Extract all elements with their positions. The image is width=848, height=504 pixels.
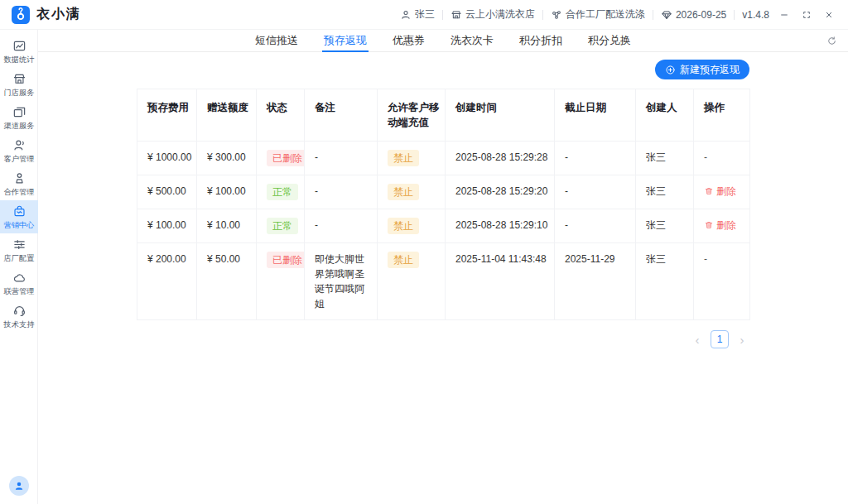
bonus-value: ¥ 50.00 (207, 253, 240, 265)
bonus-value: ¥ 300.00 (207, 151, 246, 163)
store-menu[interactable]: 云上小满洗衣店 (450, 7, 535, 22)
refresh-button[interactable] (826, 36, 837, 46)
store-icon (450, 9, 462, 21)
cooperation-icon (12, 171, 26, 185)
store-service-icon (12, 72, 26, 86)
creator-value: 张三 (646, 219, 666, 231)
action-placeholder: - (704, 151, 707, 163)
user-menu[interactable]: 张三 (400, 7, 435, 22)
plus-circle-icon (665, 65, 676, 75)
fee-value: ¥ 100.00 (147, 219, 186, 231)
column-header: 操作 (694, 89, 750, 142)
sidebar-item-4[interactable]: 客户管理 (0, 134, 38, 167)
delete-button[interactable]: 删除 (704, 184, 736, 199)
table-row: ¥ 1000.00 ¥ 300.00 已删除 - 禁止 2025-08-28 1… (137, 142, 750, 175)
bonus-value: ¥ 100.00 (207, 185, 246, 197)
tab-3[interactable]: 优惠券 (391, 30, 426, 51)
creator-value: 张三 (646, 151, 666, 163)
prepaid-cashback-table: 预存费用赠送额度状态备注允许客户移动端充值创建时间截止日期创建人操作 ¥ 100… (137, 89, 750, 320)
column-header: 创建时间 (446, 89, 555, 142)
divider (442, 10, 443, 20)
created-time-value: 2025-08-28 15:29:10 (455, 219, 547, 231)
tab-2[interactable]: 预存返现 (322, 30, 369, 51)
deadline-value: - (565, 151, 568, 163)
mobile-recharge-badge: 禁止 (388, 184, 419, 200)
gem-icon (661, 9, 672, 21)
tab-5[interactable]: 积分折扣 (518, 30, 564, 51)
prev-page-button[interactable]: ‹ (691, 334, 703, 346)
column-header: 允许客户移动端充值 (378, 89, 446, 142)
remark-value: - (315, 219, 318, 231)
status-badge: 已删除 (267, 150, 305, 166)
sidebar-item-label: 店厂配置 (4, 254, 35, 262)
tab-label: 积分折扣 (519, 33, 562, 48)
column-header: 截止日期 (555, 89, 636, 142)
created-time-value: 2025-08-28 15:29:28 (455, 151, 547, 163)
sidebar-item-label: 渠道服务 (4, 122, 35, 129)
status-badge: 正常 (267, 184, 298, 200)
joint-icon (12, 271, 26, 285)
toolbar: 新建预存返现 (137, 60, 749, 79)
sidebar-item-5[interactable]: 合作管理 (0, 167, 38, 200)
created-time-value: 2025-08-28 15:29:20 (455, 185, 547, 197)
fullscreen-button[interactable] (799, 7, 814, 22)
tab-label: 洗衣次卡 (450, 33, 494, 48)
plan-info: 合作工厂配送洗涤 (551, 7, 645, 22)
app-title: 衣小满 (36, 6, 81, 23)
sidebar-item-8[interactable]: 联营管理 (0, 266, 38, 300)
new-prepaid-cashback-button[interactable]: 新建预存返现 (655, 60, 749, 79)
sidebar-item-9[interactable]: 技术支持 (0, 300, 38, 333)
delete-button[interactable]: 删除 (704, 218, 736, 233)
sidebar-item-label: 数据统计 (4, 55, 35, 63)
plan-name: 合作工厂配送洗涤 (566, 7, 645, 22)
tab-4[interactable]: 洗衣次卡 (449, 30, 495, 51)
sidebar-item-6[interactable]: 营销中心 (0, 200, 38, 233)
trash-icon (704, 220, 714, 230)
column-header: 状态 (257, 89, 305, 142)
fee-value: ¥ 1000.00 (147, 151, 191, 163)
tab-bar: 短信推送预存返现优惠券洗衣次卡积分折扣积分兑换 (38, 30, 848, 52)
sidebar-item-label: 合作管理 (4, 188, 35, 195)
deadline-value: - (565, 185, 568, 197)
sidebar-item-7[interactable]: 店厂配置 (0, 233, 38, 266)
channel-icon (12, 105, 26, 119)
sidebar-item-label: 营销中心 (4, 221, 35, 228)
page-number-1[interactable]: 1 (711, 330, 729, 348)
membership-expiry: 2026-09-25 (661, 9, 726, 21)
main-area: 短信推送预存返现优惠券洗衣次卡积分折扣积分兑换 新建预存返现 预存费用赠 (38, 30, 848, 504)
sidebar-item-label: 门店服务 (4, 89, 35, 96)
sidebar-item-label: 客户管理 (4, 155, 35, 162)
customer-icon (12, 138, 26, 152)
remark-value: - (315, 151, 318, 163)
trash-icon (704, 186, 714, 196)
app-version: v1.4.8 (742, 9, 769, 21)
sidebar-item-2[interactable]: 门店服务 (0, 68, 38, 101)
created-time-value: 2025-11-04 11:43:48 (455, 253, 547, 265)
sidebar-item-1[interactable]: 数据统计 (0, 35, 38, 68)
sidebar: 数据统计 门店服务 渠道服务 客户管理 合作管理 营销中心 店厂配置 联营管理 … (0, 30, 38, 504)
tab-6[interactable]: 积分兑换 (586, 30, 633, 51)
hanger-logo-icon (12, 6, 30, 24)
config-icon (12, 238, 26, 252)
action-placeholder: - (704, 253, 707, 265)
next-page-button[interactable]: › (736, 334, 748, 346)
table-row: ¥ 100.00 ¥ 10.00 正常 - 禁止 2025-08-28 15:2… (137, 209, 750, 243)
column-header: 创建人 (636, 89, 694, 142)
column-header: 备注 (305, 89, 378, 142)
tab-label: 积分兑换 (588, 33, 631, 48)
status-badge: 已删除 (267, 252, 305, 268)
sidebar-item-label: 技术支持 (4, 320, 35, 328)
sidebar-item-3[interactable]: 渠道服务 (0, 101, 38, 134)
column-header: 预存费用 (137, 89, 197, 142)
remark-value: 即使大脚世界第哦啊圣诞节四哦阿姐 (315, 253, 364, 310)
expire-date: 2026-09-25 (676, 9, 726, 21)
tab-label: 预存返现 (324, 33, 367, 48)
avatar[interactable] (9, 476, 29, 496)
tab-1[interactable]: 短信推送 (253, 30, 300, 51)
table-row: ¥ 500.00 ¥ 100.00 正常 - 禁止 2025-08-28 15:… (137, 175, 750, 209)
new-button-label: 新建预存返现 (680, 63, 740, 77)
minimize-button[interactable] (777, 7, 792, 22)
close-button[interactable] (822, 7, 836, 22)
titlebar: 衣小满 张三 云上小满洗衣店 合作工厂配送洗涤 2026-09-25 v1.4.… (0, 0, 848, 30)
divider (542, 10, 543, 20)
